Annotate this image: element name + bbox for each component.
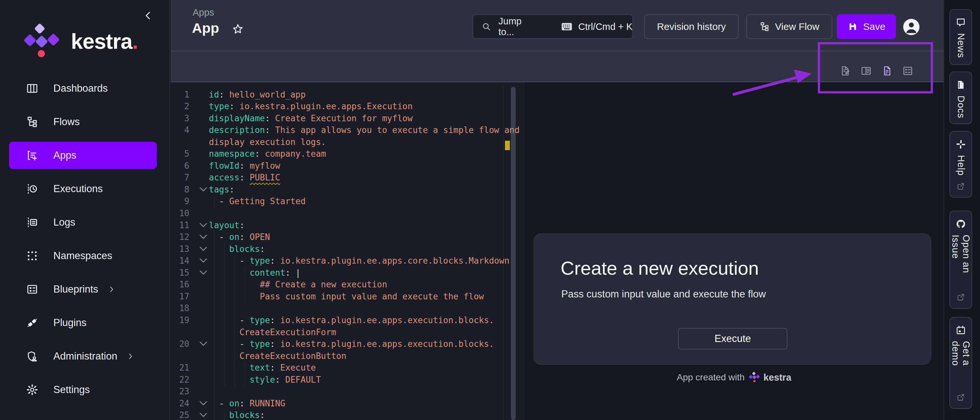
- sidebar-item-flows[interactable]: Flows: [9, 108, 157, 136]
- code-line[interactable]: 15content: |: [170, 266, 525, 279]
- indent-guide: [214, 255, 215, 267]
- code-line[interactable]: CreateExecutionButton: [170, 350, 525, 362]
- indent-guide: [214, 350, 215, 362]
- code-line[interactable]: 17Pass custom input value and execute th…: [170, 290, 525, 302]
- rail-button-get-a-demo[interactable]: Get a demo: [950, 317, 972, 409]
- line-number: 17: [170, 292, 198, 301]
- code-line[interactable]: 7access: PUBLIC: [170, 172, 525, 184]
- footer-text: App created with: [677, 372, 745, 383]
- rail-button-docs[interactable]: Docs: [950, 71, 972, 124]
- keyboard-icon: [561, 22, 572, 31]
- code-line[interactable]: CreateExecutionForm: [170, 326, 525, 338]
- code-line[interactable]: 19- type: io.kestra.plugin.ee.apps.execu…: [170, 314, 525, 326]
- fold-chevron-icon[interactable]: [198, 244, 209, 255]
- code-line[interactable]: display execution logs.: [170, 136, 525, 148]
- kestra-logo-text: kestra.: [71, 29, 138, 54]
- sidebar-item-administration[interactable]: Administration: [9, 342, 157, 370]
- revision-history-button[interactable]: Revision history: [644, 14, 738, 39]
- avatar[interactable]: [903, 19, 920, 35]
- code-line[interactable]: 8tags:: [170, 183, 525, 195]
- sidebar-item-label: Logs: [53, 217, 75, 228]
- app-preview: Create a new execution Pass custom input…: [525, 82, 943, 420]
- sidebar-item-dashboards[interactable]: Dashboards: [9, 75, 157, 102]
- namespaces-icon: [26, 250, 38, 262]
- indent-guide: [214, 314, 215, 326]
- line-number: 15: [170, 268, 198, 277]
- code-line[interactable]: 16## Create a new execution: [170, 279, 525, 291]
- settings-icon: [26, 384, 38, 396]
- sidebar-item-blueprints[interactable]: Blueprints: [9, 276, 157, 303]
- line-number: 24: [170, 399, 198, 408]
- flows-icon: [26, 116, 38, 128]
- sidebar-collapse-icon[interactable]: [142, 10, 155, 23]
- fold-chevron-icon[interactable]: [198, 267, 209, 278]
- fold-chevron-icon[interactable]: [198, 220, 209, 231]
- fold-chevron-icon[interactable]: [198, 231, 209, 242]
- sidebar-item-apps[interactable]: Apps: [9, 142, 157, 169]
- indent-guide: [214, 302, 215, 314]
- code-line[interactable]: 4description: This app allows you to exe…: [170, 124, 525, 136]
- fold-chevron-icon[interactable]: [198, 184, 209, 195]
- kestra-logo[interactable]: kestra.: [24, 24, 148, 59]
- view-flow-button[interactable]: View Flow: [746, 14, 832, 39]
- line-number: 21: [170, 363, 198, 372]
- code-line[interactable]: 9- Getting Started: [170, 195, 525, 208]
- code-line[interactable]: 20- type: io.kestra.plugin.ee.apps.execu…: [170, 338, 525, 350]
- rail-button-help[interactable]: Help: [950, 131, 972, 198]
- sidebar-item-executions[interactable]: Executions: [9, 175, 157, 203]
- rail-button-open-an-issue[interactable]: Open an Issue: [950, 211, 972, 309]
- code-line[interactable]: 12- on: OPEN: [170, 231, 525, 243]
- fold-chevron-icon[interactable]: [198, 338, 209, 349]
- code-line[interactable]: 24- on: RUNNING: [170, 397, 525, 409]
- code-line[interactable]: 13blocks:: [170, 243, 525, 255]
- app-footer: App created with kestra: [525, 372, 943, 383]
- code-line[interactable]: 11layout:: [170, 219, 525, 231]
- fold-chevron-icon[interactable]: [198, 398, 209, 409]
- code-line[interactable]: 3displayName: Create Execution for myflo…: [170, 112, 525, 124]
- code-line[interactable]: 23: [170, 385, 525, 398]
- fold-chevron-icon[interactable]: [198, 410, 209, 420]
- code-line[interactable]: 25blocks:: [170, 409, 525, 420]
- code-line[interactable]: 18: [170, 302, 525, 314]
- breadcrumb[interactable]: Apps: [192, 7, 214, 18]
- sidebar-item-label: Administration: [53, 350, 117, 362]
- rail-button-label: Open an Issue: [950, 235, 972, 287]
- jump-to-search[interactable]: Jump to... Ctrl/Cmd + K: [473, 14, 633, 39]
- sidebar-item-logs[interactable]: Logs: [9, 209, 157, 236]
- line-number: 7: [170, 173, 198, 182]
- indent-guide: [214, 385, 215, 398]
- file-icon[interactable]: [881, 65, 893, 77]
- code-line[interactable]: 1id: hello_world_app: [170, 89, 525, 100]
- dashboards-icon: [26, 82, 38, 95]
- chevron-right-icon: [126, 352, 135, 360]
- code-line[interactable]: 14- type: io.kestra.plugin.ee.apps.core.…: [170, 255, 525, 267]
- code-line[interactable]: 5namespace: company.team: [170, 148, 525, 160]
- split-view-icon[interactable]: [860, 65, 872, 77]
- code-editor[interactable]: 1id: hello_world_app2type: io.kestra.plu…: [170, 82, 525, 420]
- code-line[interactable]: 10: [170, 208, 525, 219]
- card-heading: Create a new execution: [561, 257, 759, 279]
- line-number: 4: [170, 125, 198, 135]
- sidebar-item-plugins[interactable]: Plugins: [9, 309, 157, 336]
- file-edit-icon[interactable]: [840, 65, 851, 77]
- calendar-icon: [955, 325, 966, 336]
- sidebar-item-label: Apps: [53, 149, 76, 161]
- fold-chevron-icon[interactable]: [198, 255, 209, 266]
- sidebar-item-settings[interactable]: Settings: [9, 376, 157, 403]
- line-number: 10: [170, 208, 198, 218]
- code-line[interactable]: 22style: DEFAULT: [170, 374, 525, 385]
- sidebar-item-namespaces[interactable]: Namespaces: [9, 242, 157, 269]
- execute-button[interactable]: Execute: [678, 328, 788, 349]
- docs-icon: [955, 79, 966, 90]
- favorite-star-icon[interactable]: [232, 23, 244, 35]
- indent-guide: [234, 290, 235, 302]
- indent-guide: [245, 362, 245, 374]
- save-button[interactable]: Save: [837, 14, 896, 39]
- code-line[interactable]: 21text: Execute: [170, 362, 525, 374]
- code-line[interactable]: 2type: io.kestra.plugin.ee.apps.Executio…: [170, 100, 525, 113]
- code-line[interactable]: 6flowId: myflow: [170, 160, 525, 172]
- rail-button-news[interactable]: News: [950, 9, 972, 65]
- line-number: 3: [170, 113, 198, 123]
- form-icon[interactable]: [902, 65, 914, 77]
- sidebar-item-label: Plugins: [53, 317, 86, 329]
